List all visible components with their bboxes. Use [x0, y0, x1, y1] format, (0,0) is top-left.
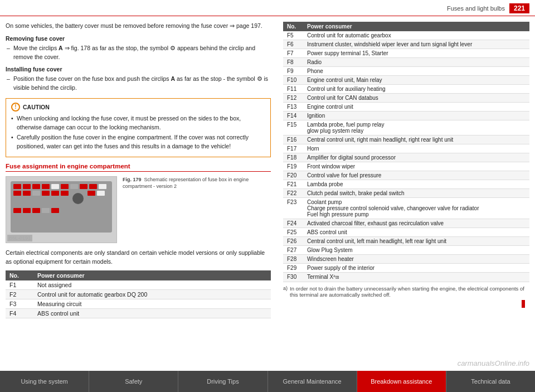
caution-box: ! CAUTION When unlocking and locking the…	[6, 98, 271, 157]
table-row: F2Control unit for automatic gearbox DQ …	[6, 290, 271, 299]
table-row: F15Lambda probe, fuel pump relay glow pl…	[283, 120, 529, 135]
table-row: F27Glow Plug System	[283, 246, 529, 255]
table-row: F25ABS control unit	[283, 228, 529, 237]
table-row: F23Coolant pump Charge pressure control …	[283, 198, 529, 219]
caution-header: ! CAUTION	[11, 103, 265, 112]
table-row: F22Clutch pedal switch, brake pedal swit…	[283, 189, 529, 198]
table-row: F26Central control unit, left main headl…	[283, 237, 529, 246]
fuse-board: B5L-0191	[6, 177, 116, 243]
nav-item-technical-data[interactable]: Technical data	[446, 371, 535, 392]
table-row: F10Engine control unit, Main relay	[283, 76, 529, 85]
table-row: F11Control unit for auxiliary heating	[283, 85, 529, 94]
table-row: F6Instrument cluster, windshield wiper l…	[283, 40, 529, 49]
nav-item-breakdown-assistance[interactable]: Breakdown assistance	[357, 371, 446, 392]
small-table-header-consumer: Power consumer	[33, 270, 271, 280]
table-row: F8Radio	[283, 58, 529, 67]
table-row: F30Terminal Xᵃ⧆	[283, 273, 529, 282]
fuse-section-title: Fuse assignment in engine compartment	[6, 163, 271, 172]
removing-heading: Removing fuse cover	[6, 35, 271, 42]
table-row: F19Front window wiper	[283, 162, 529, 171]
bottom-nav: Using the systemSafetyDriving TipsGenera…	[0, 371, 535, 392]
note-text: Certain electrical components are only s…	[6, 249, 271, 267]
table-row: F18Amplifier for digital sound processor	[283, 153, 529, 162]
small-table-header-no: No.	[6, 270, 33, 280]
page-header: Fuses and light bulbs 221	[0, 0, 535, 16]
fuse-image-container: B5L-0191 Fig. 179 Schematic representati…	[6, 176, 271, 243]
main-content: On some vehicles, the battery cover must…	[0, 16, 535, 361]
table-row: F28Windscreen heater	[283, 255, 529, 264]
table-row: F12Control unit for CAN databus	[283, 94, 529, 103]
table-row: F20Control valve for fuel pressure	[283, 171, 529, 180]
large-fuse-table: No. Power consumer F5Control unit for au…	[283, 22, 529, 282]
nav-item-using-the-system[interactable]: Using the system	[0, 371, 89, 392]
table-row: F3Measuring circuit	[6, 299, 271, 309]
page-title: Fuses and light bulbs	[447, 5, 505, 12]
page-number: 221	[509, 3, 529, 13]
installing-heading: Installing fuse cover	[6, 66, 271, 72]
footnote-area: a) In order not to drain the battery unn…	[283, 285, 529, 298]
nav-item-driving-tips[interactable]: Driving Tips	[178, 371, 268, 392]
table-row: F4ABS control unit	[6, 309, 271, 318]
large-table-header-no: No.	[283, 22, 303, 31]
caution-title: CAUTION	[23, 104, 50, 110]
large-table-header-consumer: Power consumer	[303, 22, 529, 31]
footnote-text: In order not to drain the battery unnece…	[290, 285, 525, 298]
table-row: F17Horn	[283, 144, 529, 153]
nav-item-safety[interactable]: Safety	[89, 371, 178, 392]
table-row: F14Ignition	[283, 112, 529, 120]
table-row: F16Central control unit, right main head…	[283, 135, 529, 144]
table-row: F9Phone	[283, 67, 529, 76]
right-column: No. Power consumer F5Control unit for au…	[279, 22, 529, 361]
nav-item-general-maintenance[interactable]: General Maintenance	[268, 371, 357, 392]
table-row: F7Power suppy terminal 15, Starter	[283, 49, 529, 58]
caution-point-1: When unlocking and locking the fuse cove…	[11, 114, 265, 132]
table-row: F1Not assigned	[6, 280, 271, 290]
installing-bullet: Position the fuse cover on the fuse box …	[6, 75, 271, 93]
fig-label: B5L-0191	[7, 235, 32, 241]
caution-icon: !	[11, 103, 20, 112]
left-column: On some vehicles, the battery cover must…	[6, 22, 279, 361]
fuse-image: B5L-0191	[6, 176, 117, 243]
caution-point-2: Carefully position the fuse cover in the…	[11, 133, 265, 151]
table-row: F21Lambda probe	[283, 180, 529, 189]
red-marker	[522, 300, 525, 308]
table-row: F29Power supply of the interior	[283, 264, 529, 273]
removing-bullet: Move the circlips A ⇒ fig. 178 as far as…	[6, 44, 271, 62]
watermark: carmanualsOnline.info	[458, 359, 529, 367]
intro-text: On some vehicles, the battery cover must…	[6, 22, 271, 31]
footnote-letter: a)	[283, 285, 288, 291]
table-row: F24Activated charcoal filter, exhaust ga…	[283, 219, 529, 228]
small-fuse-table: No. Power consumer F1Not assignedF2Contr…	[6, 270, 271, 318]
table-row: F5Control unit for automatic gearbox	[283, 31, 529, 40]
fig-caption: Fig. 179 Schematic representation of fus…	[123, 176, 271, 190]
table-row: F13Engine control unit	[283, 103, 529, 112]
